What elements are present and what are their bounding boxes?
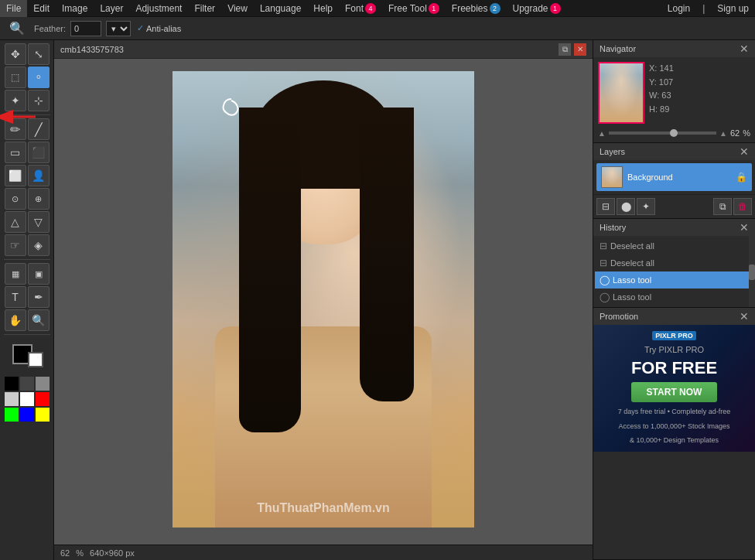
layer-delete-button[interactable]: 🗑 <box>733 198 752 215</box>
tool-row-2: ⬚ ⚬ <box>5 67 50 88</box>
promo-start-button[interactable]: START NOW <box>631 382 718 402</box>
canvas-controls: ⧉ ✕ <box>559 43 586 56</box>
zoom-unit: % <box>76 548 84 558</box>
menu-filter[interactable]: Filter <box>188 0 221 17</box>
tutorial-arrow <box>0 104 39 129</box>
canvas-content: ThuThuatPhanMem.vn <box>173 71 474 528</box>
color-cell-blue[interactable] <box>20 408 34 422</box>
history-title: History <box>600 223 626 232</box>
menu-freetool[interactable]: Free Tool1 <box>382 0 446 17</box>
feather-dropdown[interactable]: ▾ <box>106 21 131 36</box>
layer-item-background[interactable]: Background 🔒 <box>596 163 752 191</box>
fill-tool[interactable]: ⬛ <box>28 142 50 163</box>
smudge-tool[interactable]: ☞ <box>5 234 26 256</box>
canvas-dimensions: 640×960 px <box>90 548 135 558</box>
layer-copy-button[interactable]: ⧉ <box>713 198 732 215</box>
nav-h-row: H: 89 <box>649 103 674 117</box>
zoom-tool[interactable]: 🔍 <box>28 309 50 331</box>
search-icon[interactable]: 🔍 <box>6 18 28 39</box>
lasso-tool[interactable]: ⚬ <box>28 67 50 88</box>
promo-sub2: Access to 1,000,000+ Stock Images <box>619 422 730 432</box>
menu-language[interactable]: Language <box>254 0 307 17</box>
color-cell-darkgray[interactable] <box>20 377 34 391</box>
layer-thumb-inner <box>602 167 622 187</box>
menu-edit[interactable]: Edit <box>27 0 56 17</box>
eraser-tool[interactable]: ▭ <box>5 142 26 163</box>
history-content: ⊟ Deselect all ⊟ Deselect all ◯ Lasso to… <box>593 236 755 307</box>
color-cell-white[interactable] <box>20 392 34 406</box>
layer-adjustment-button[interactable]: ✦ <box>637 198 655 215</box>
gradient-tool[interactable]: ▦ <box>5 263 26 285</box>
navigator-title: Navigator <box>600 44 636 53</box>
burn-tool[interactable]: ▽ <box>28 211 50 233</box>
canvas-close-button[interactable]: ✕ <box>574 43 586 56</box>
history-item-2[interactable]: ⊟ Deselect all <box>595 254 753 271</box>
sharpen-tool[interactable]: ◈ <box>28 234 50 256</box>
feather-input[interactable] <box>70 21 101 36</box>
history-scrollbar-thumb <box>749 265 755 280</box>
menu-view[interactable]: View <box>221 0 254 17</box>
color-cell-gray[interactable] <box>36 377 50 391</box>
history-label-1: Deselect all <box>610 241 654 251</box>
history-item-1[interactable]: ⊟ Deselect all <box>595 237 753 254</box>
menu-freebies[interactable]: Freebies2 <box>446 0 507 17</box>
layer-new-group-button[interactable]: ⊟ <box>596 198 615 215</box>
layers-close-button[interactable]: ✕ <box>740 146 749 157</box>
shape-tool[interactable]: 👤 <box>28 165 50 186</box>
paint-bucket-tool[interactable]: ▣ <box>28 263 50 285</box>
nav-zoom-slider[interactable] <box>609 131 716 135</box>
nav-w-value: 63 <box>661 90 671 100</box>
pen-tool[interactable]: ✒ <box>28 286 50 308</box>
layers-content: Background 🔒 <box>593 160 755 194</box>
canvas-image[interactable]: ThuThuatPhanMem.vn <box>173 71 474 528</box>
menu-font[interactable]: Font4 <box>339 0 382 17</box>
history-close-button[interactable]: ✕ <box>740 222 749 233</box>
hand-tool[interactable]: ✋ <box>5 309 26 331</box>
history-panel: History ✕ ⊟ Deselect all ⊟ Deselect all … <box>593 219 755 308</box>
menu-image[interactable]: Image <box>56 0 94 17</box>
color-cell-lightgray[interactable] <box>5 392 19 406</box>
text-tool[interactable]: T <box>5 286 26 308</box>
rect-shape-tool[interactable]: ⬜ <box>5 165 26 186</box>
navigator-thumb-inner <box>600 63 643 122</box>
dodge-tool[interactable]: △ <box>5 211 26 233</box>
history-header: History ✕ <box>593 219 755 236</box>
layers-panel: Layers ✕ Background 🔒 ⊟ ⬤ ✦ ⧉ 🗑 <box>593 143 755 219</box>
canvas-maximize-button[interactable]: ⧉ <box>559 43 571 56</box>
canvas-wrapper[interactable]: ThuThuatPhanMem.vn <box>54 59 593 545</box>
background-color[interactable] <box>28 352 43 367</box>
color-cell-green[interactable] <box>5 408 19 422</box>
menu-help[interactable]: Help <box>307 0 339 17</box>
transform-tool[interactable]: ⤡ <box>28 43 50 65</box>
history-item-3[interactable]: ◯ Lasso tool <box>595 271 753 289</box>
freetool-badge: 1 <box>429 3 439 14</box>
heal-tool[interactable]: ⊕ <box>28 188 50 210</box>
nav-y-value: 107 <box>659 77 673 87</box>
menu-layer[interactable]: Layer <box>94 0 129 17</box>
menu-adjustment[interactable]: Adjustment <box>129 0 188 17</box>
promotion-close-button[interactable]: ✕ <box>740 311 749 322</box>
history-scrollbar[interactable] <box>749 236 755 307</box>
move-tool[interactable]: ✥ <box>5 43 26 65</box>
navigator-close-button[interactable]: ✕ <box>740 43 749 54</box>
history-item-4[interactable]: ◯ Lasso tool <box>595 289 753 306</box>
history-icon-3: ◯ <box>600 275 610 285</box>
color-cell-black[interactable] <box>5 377 19 391</box>
menu-bar: File Edit Image Layer Adjustment Filter … <box>0 0 755 17</box>
menu-file[interactable]: File <box>0 0 27 17</box>
nav-zoom-max-icon: ▲ <box>719 129 727 138</box>
upgrade-badge: 1 <box>550 3 561 14</box>
color-cell-yellow[interactable] <box>36 408 50 422</box>
font-badge: 4 <box>365 3 376 14</box>
layer-mask-button[interactable]: ⬤ <box>617 198 635 215</box>
menu-upgrade[interactable]: Upgrade1 <box>507 0 567 17</box>
promo-logo-row: PIXLR PRO <box>652 331 696 340</box>
clone-tool[interactable]: ⊙ <box>5 188 26 210</box>
menu-signup[interactable]: Sign up <box>711 0 755 17</box>
marquee-tool[interactable]: ⬚ <box>5 67 26 88</box>
color-cell-red[interactable] <box>36 392 50 406</box>
freebies-badge: 2 <box>490 3 500 14</box>
nav-zoom-value: 62 <box>730 128 740 138</box>
menu-login[interactable]: Login <box>661 0 696 17</box>
anti-alias-label[interactable]: Anti-alias <box>146 24 181 33</box>
